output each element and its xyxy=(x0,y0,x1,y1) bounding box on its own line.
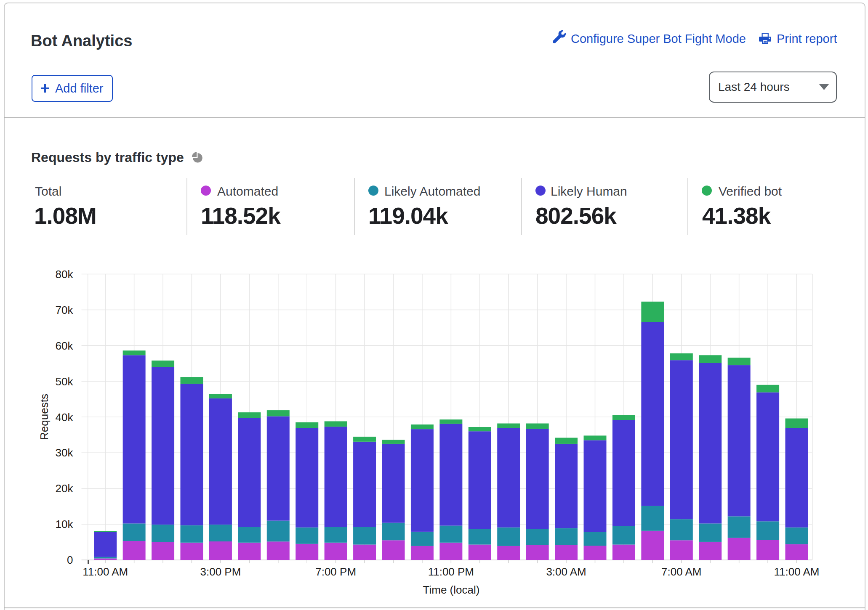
svg-text:70k: 70k xyxy=(56,304,74,316)
svg-text:0: 0 xyxy=(67,554,73,566)
svg-text:60k: 60k xyxy=(56,339,74,352)
svg-text:3:00 AM: 3:00 AM xyxy=(546,565,586,578)
svg-text:11:00 AM: 11:00 AM xyxy=(83,565,128,578)
svg-text:Time (local): Time (local) xyxy=(423,583,480,596)
svg-text:7:00 AM: 7:00 AM xyxy=(661,565,701,578)
svg-text:11:00 PM: 11:00 PM xyxy=(428,565,474,578)
svg-text:20k: 20k xyxy=(56,482,74,495)
svg-text:10k: 10k xyxy=(56,518,74,530)
svg-text:50k: 50k xyxy=(56,375,74,388)
svg-text:Requests: Requests xyxy=(38,394,51,440)
svg-text:40k: 40k xyxy=(56,411,74,424)
svg-text:3:00 PM: 3:00 PM xyxy=(200,565,241,578)
svg-text:7:00 PM: 7:00 PM xyxy=(315,565,356,578)
svg-text:30k: 30k xyxy=(56,446,74,459)
svg-text:11:00 AM: 11:00 AM xyxy=(774,565,820,578)
svg-text:80k: 80k xyxy=(56,268,74,281)
